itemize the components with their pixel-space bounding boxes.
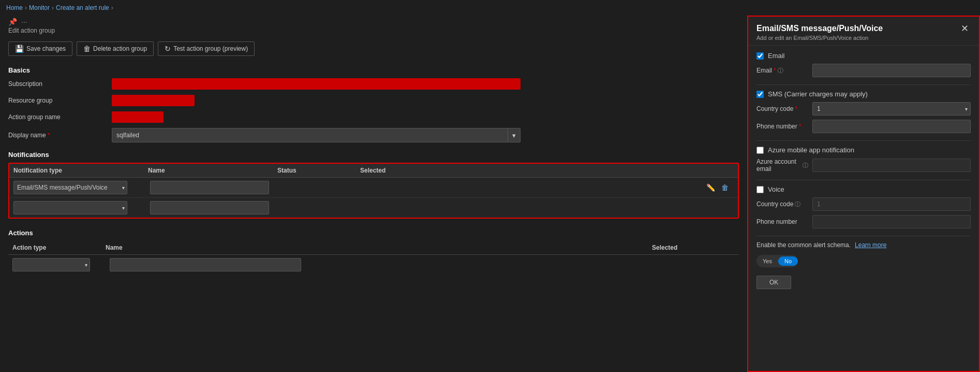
notif-col-status: Status: [277, 167, 360, 174]
azure-app-checkbox[interactable]: [756, 147, 764, 154]
notif-type-select-wrapper-1: Email/SMS message/Push/Voice Email SMS: [13, 181, 148, 194]
azure-account-email-label: Azure account email ⓘ: [756, 158, 808, 173]
azure-email-info-icon: ⓘ: [803, 162, 808, 169]
azure-app-checkbox-row: Azure mobile app notification: [756, 146, 971, 154]
notif-name-input-1[interactable]: [150, 181, 269, 194]
notif-name-cell-2: [150, 201, 279, 214]
actions-heading: Actions: [8, 229, 739, 237]
breadcrumb: Home › Monitor › Create an alert rule ›: [0, 0, 980, 16]
actions-col-selected: Selected: [652, 244, 735, 251]
notif-actions-1: ✏️ 🗑: [366, 182, 734, 193]
breadcrumb-create-alert[interactable]: Create an alert rule: [56, 4, 109, 11]
notifications-table-header: Notification type Name Status Selected: [9, 164, 738, 178]
voice-country-info-icon: ⓘ: [795, 201, 800, 208]
country-code-row: Country code * 1 44 49 91: [756, 102, 971, 116]
voice-phone-input[interactable]: [812, 215, 971, 228]
divider-3: [756, 180, 971, 180]
notifications-table: Notification type Name Status Selected E…: [8, 163, 739, 219]
schema-toggle: Yes No: [756, 255, 971, 267]
action-group-name-field: Action group name: [8, 111, 739, 123]
learn-more-link[interactable]: Learn more: [855, 241, 886, 249]
azure-account-email-input[interactable]: [812, 159, 971, 172]
sms-checkbox-row: SMS (Carrier charges may apply): [756, 90, 971, 98]
notif-col-selected: Selected: [360, 167, 734, 174]
divider-1: [756, 84, 971, 85]
voice-checkbox[interactable]: [756, 186, 764, 193]
sms-label: SMS (Carrier charges may apply): [768, 90, 868, 98]
voice-country-code-input[interactable]: [812, 197, 971, 211]
notifications-heading: Notifications: [8, 151, 739, 159]
voice-phone-label: Phone number: [756, 218, 808, 225]
divider-4: [756, 236, 971, 236]
delete-icon: 🗑: [83, 45, 91, 53]
right-panel-subtitle: Add or edit an Email/SMS/Push/Voice acti…: [756, 35, 883, 41]
toggle-yes[interactable]: Yes: [756, 256, 778, 266]
subscription-label: Subscription: [8, 80, 112, 88]
notifications-row-1: Email/SMS message/Push/Voice Email SMS ✏…: [9, 178, 738, 198]
notif-type-select-2[interactable]: Email/SMS message/Push/Voice: [13, 201, 127, 214]
notifications-section: Notifications Notification type Name Sta…: [8, 151, 739, 219]
more-icon[interactable]: ···: [21, 18, 27, 26]
save-icon: 💾: [15, 45, 24, 53]
display-name-label: Display name *: [8, 132, 112, 139]
actions-section: Actions Action type Name Selected Automa…: [8, 229, 739, 275]
action-name-input[interactable]: [110, 258, 301, 271]
action-type-select-wrapper: Automation Runbook Azure Function ITSM L…: [12, 258, 106, 271]
save-button[interactable]: 💾 Save changes: [8, 41, 72, 56]
divider-2: [756, 140, 971, 141]
email-info-icon: ⓘ: [778, 67, 783, 75]
voice-phone-row: Phone number: [756, 215, 971, 228]
azure-app-section: Azure mobile app notification Azure acco…: [756, 146, 971, 173]
display-name-dropdown[interactable]: ▾: [508, 128, 521, 142]
ok-button[interactable]: OK: [756, 276, 791, 289]
notif-delete-btn-1[interactable]: 🗑: [720, 182, 730, 193]
email-checkbox-row: Email: [756, 52, 971, 60]
notif-type-select-wrapper-2: Email/SMS message/Push/Voice: [13, 201, 148, 214]
schema-label: Enable the common alert schema.: [756, 241, 851, 249]
display-name-field: Display name * ▾: [8, 128, 739, 142]
notif-type-select-1[interactable]: Email/SMS message/Push/Voice Email SMS: [13, 181, 127, 194]
breadcrumb-home[interactable]: Home: [6, 4, 23, 11]
right-panel-header: Email/SMS message/Push/Voice Add or edit…: [748, 17, 979, 46]
notif-name-cell-1: [150, 181, 279, 194]
email-checkbox[interactable]: [756, 52, 764, 60]
pin-icon[interactable]: 📌: [8, 18, 17, 26]
sms-phone-input[interactable]: [812, 120, 971, 133]
breadcrumb-monitor[interactable]: Monitor: [29, 4, 50, 11]
phone-number-label: Phone number *: [756, 123, 808, 130]
subscription-field: Subscription: [8, 78, 739, 90]
voice-country-code-label: Country code ⓘ: [756, 201, 808, 208]
notifications-row-2: Email/SMS message/Push/Voice: [9, 198, 738, 218]
country-code-select[interactable]: 1 44 49 91: [812, 102, 971, 116]
test-button[interactable]: ↻ Test action group (preview): [158, 41, 255, 56]
country-code-label: Country code *: [756, 105, 808, 112]
yes-no-toggle: Yes No: [756, 255, 798, 267]
page-subtitle: Edit action group: [8, 27, 739, 37]
sms-checkbox[interactable]: [756, 91, 764, 98]
voice-label: Voice: [768, 185, 784, 193]
email-input[interactable]: [812, 64, 971, 77]
action-group-name-label: Action group name: [8, 113, 112, 121]
azure-app-label: Azure mobile app notification: [768, 146, 854, 154]
right-panel-title-block: Email/SMS message/Push/Voice Add or edit…: [756, 24, 883, 41]
delete-button[interactable]: 🗑 Delete action group: [77, 41, 154, 56]
basics-heading: Basics: [8, 66, 739, 74]
schema-toggle-container: Enable the common alert schema. Learn mo…: [756, 241, 971, 249]
actions-col-type: Action type: [12, 244, 106, 251]
actions-col-name: Name: [106, 244, 652, 251]
close-button[interactable]: ✕: [959, 24, 971, 33]
email-label: Email: [768, 52, 785, 60]
notif-name-input-2[interactable]: [150, 201, 269, 214]
toggle-no[interactable]: No: [778, 256, 798, 266]
notif-col-name: Name: [148, 167, 277, 174]
display-name-input[interactable]: [112, 128, 508, 142]
action-group-name-value: [112, 111, 164, 123]
right-panel-title: Email/SMS message/Push/Voice: [756, 24, 883, 33]
voice-section: Voice Country code ⓘ Phone number: [756, 185, 971, 228]
display-name-input-wrapper: ▾: [112, 128, 521, 142]
left-panel: 📌 ··· Edit action group 💾 Save changes 🗑…: [0, 16, 747, 372]
resource-group-field: Resource group: [8, 95, 739, 106]
action-type-select[interactable]: Automation Runbook Azure Function ITSM L…: [12, 258, 90, 271]
voice-checkbox-row: Voice: [756, 185, 971, 193]
notif-edit-btn-1[interactable]: ✏️: [705, 182, 716, 193]
